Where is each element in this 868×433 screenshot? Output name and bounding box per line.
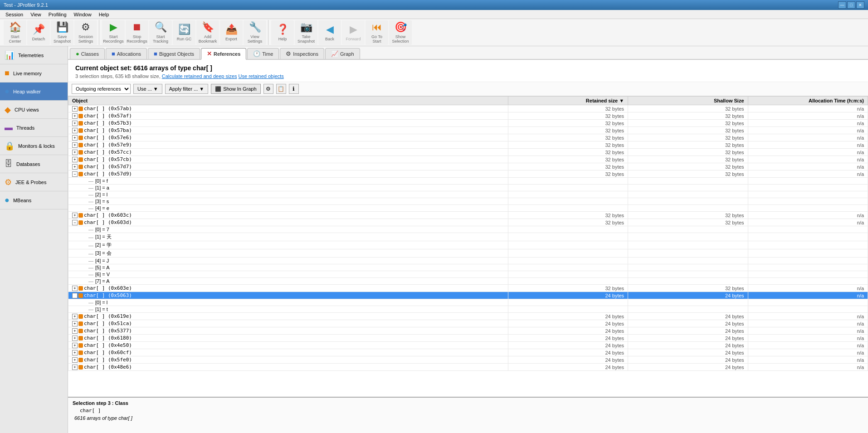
help-button[interactable]: ❓ Help — [271, 20, 294, 45]
menu-profiling[interactable]: Profiling — [45, 11, 70, 18]
maximize-button[interactable]: □ — [847, 1, 855, 9]
expand-button[interactable]: + — [72, 365, 78, 370]
collapse-button[interactable]: − — [72, 293, 78, 298]
table-row[interactable]: —[0] = 7 — [68, 226, 868, 233]
use-retained-link[interactable]: Use retained objects — [239, 73, 284, 79]
table-row[interactable]: +char[ ] (0x5fe0)24 bytes24 bytesn/a — [68, 356, 868, 364]
menu-help[interactable]: Help — [95, 11, 113, 18]
collapse-button[interactable]: − — [72, 220, 78, 225]
calculate-retained-link[interactable]: Calculate retained and deep sizes — [162, 73, 237, 79]
tab-time[interactable]: 🕐 Time — [247, 48, 279, 59]
expand-button[interactable]: + — [72, 128, 78, 133]
table-row[interactable]: +char[ ] (0x60cf)24 bytes24 bytesn/a — [68, 349, 868, 356]
show-selection-button[interactable]: 🎯 Show Selection — [389, 20, 412, 45]
expand-button[interactable]: + — [72, 142, 78, 148]
start-recordings-button[interactable]: ▶ Start Recordings — [102, 20, 125, 45]
table-row[interactable]: +char[ ] (0x619e)24 bytes24 bytesn/a — [68, 313, 868, 320]
table-row[interactable]: —[2] = l — [68, 191, 868, 198]
expand-button[interactable]: + — [72, 321, 78, 326]
table-row[interactable]: —[0] = l — [68, 299, 868, 306]
settings-icon-button[interactable]: ⚙ — [263, 84, 273, 94]
table-row[interactable]: +char[ ] (0x57ba)32 bytes32 bytesn/a — [68, 127, 868, 134]
sidebar-item-telemetries[interactable]: 📊 Telemetries — [0, 46, 68, 64]
references-type-dropdown[interactable]: Outgoing references — [72, 84, 131, 94]
table-row[interactable]: —[3] = s — [68, 198, 868, 205]
retained-size-column-header[interactable]: Retained size ▼ — [508, 97, 628, 105]
expand-button[interactable]: + — [72, 350, 78, 355]
detach-button[interactable]: 📌 Detach — [27, 20, 50, 45]
sidebar-item-live-memory[interactable]: ■ Live memory — [0, 64, 68, 83]
tab-references[interactable]: ✕ References — [201, 48, 246, 60]
go-to-start-button[interactable]: ⏮ Go To Start — [366, 20, 388, 45]
table-row[interactable]: —[1] = t — [68, 306, 868, 313]
sidebar-item-mbeans[interactable]: ● MBeans — [0, 191, 68, 209]
table-row[interactable]: —[1] = 天 — [68, 233, 868, 241]
tab-allocations[interactable]: ■ Allocations — [106, 48, 147, 59]
expand-button[interactable]: + — [72, 314, 78, 319]
table-row[interactable]: +char[ ] (0x603e)32 bytes32 bytesn/a — [68, 285, 868, 292]
table-row[interactable]: +char[ ] (0x48e6)24 bytes24 bytesn/a — [68, 364, 868, 371]
expand-button[interactable]: + — [72, 164, 78, 170]
minimize-button[interactable]: — — [838, 1, 846, 9]
table-row[interactable]: +char[ ] (0x57d7)32 bytes32 bytesn/a — [68, 163, 868, 170]
table-row[interactable]: +char[ ] (0x4e50)24 bytes24 bytesn/a — [68, 342, 868, 349]
back-button[interactable]: ◀ Back — [318, 20, 341, 45]
table-row[interactable]: —[1] = a — [68, 185, 868, 191]
table-row[interactable]: +char[ ] (0x6180)24 bytes24 bytesn/a — [68, 335, 868, 342]
table-row[interactable]: —[7] = A — [68, 278, 868, 285]
window-controls[interactable]: — □ ✕ — [838, 1, 864, 9]
forward-button[interactable]: ▶ Forward — [342, 20, 365, 45]
table-row[interactable]: +char[ ] (0x603c)32 bytes32 bytesn/a — [68, 212, 868, 219]
expand-button[interactable]: + — [72, 113, 78, 119]
shallow-size-column-header[interactable]: Shallow Size — [628, 97, 748, 105]
table-row[interactable]: —[5] = A — [68, 264, 868, 271]
close-button[interactable]: ✕ — [856, 1, 864, 9]
table-row[interactable]: −char[ ] (0x5063)24 bytes24 bytesn/a — [68, 292, 868, 299]
menu-window[interactable]: Window — [70, 11, 95, 18]
sidebar-item-cpu-views[interactable]: ◆ CPU views — [0, 101, 68, 119]
table-row[interactable]: +char[ ] (0x57b3)32 bytes32 bytesn/a — [68, 120, 868, 127]
sidebar-item-jee-probes[interactable]: ⚙ JEE & Probes — [0, 173, 68, 191]
expand-button[interactable]: + — [72, 135, 78, 141]
table-row[interactable]: —[2] = 学 — [68, 241, 868, 249]
sidebar-item-heap-walker[interactable]: ● Heap walker — [0, 83, 68, 101]
tab-biggest-objects[interactable]: ■ Biggest Objects — [148, 48, 200, 59]
show-in-graph-button[interactable]: ⬛ Show In Graph — [211, 84, 260, 94]
view-settings-button[interactable]: 🔧 View Settings — [244, 20, 266, 45]
expand-button[interactable]: + — [72, 157, 78, 162]
sidebar-item-databases[interactable]: 🗄 Databases — [0, 155, 68, 173]
table-row[interactable]: +char[ ] (0x57cc)32 bytes32 bytesn/a — [68, 149, 868, 156]
table-row[interactable]: +char[ ] (0x5377)24 bytes24 bytesn/a — [68, 327, 868, 335]
start-tracking-button[interactable]: 🔍 Start Tracking — [149, 20, 172, 45]
use-button[interactable]: Use ... ▼ — [133, 84, 162, 94]
table-row[interactable]: +char[ ] (0x57ab)32 bytes32 bytesn/a — [68, 105, 868, 112]
table-row[interactable]: —[3] = 会 — [68, 249, 868, 258]
table-row[interactable]: —[6] = V — [68, 271, 868, 278]
menu-view[interactable]: View — [27, 11, 45, 18]
add-bookmark-button[interactable]: 🔖 Add Bookmark — [196, 20, 219, 45]
start-center-button[interactable]: 🏠 Start Center — [4, 20, 26, 45]
session-settings-button[interactable]: ⚙ Session Settings — [74, 20, 97, 45]
table-row[interactable]: +char[ ] (0x57cb)32 bytes32 bytesn/a — [68, 156, 868, 163]
table-row[interactable]: −char[ ] (0x603d)32 bytes32 bytesn/a — [68, 219, 868, 226]
table-row[interactable]: +char[ ] (0x57af)32 bytes32 bytesn/a — [68, 112, 868, 120]
tab-inspections[interactable]: ⚙ Inspections — [280, 48, 324, 59]
table-row[interactable]: +char[ ] (0x51ca)24 bytes24 bytesn/a — [68, 320, 868, 327]
export-icon-button[interactable]: 📋 — [276, 84, 286, 94]
stop-recordings-button[interactable]: ⏹ Stop Recordings — [126, 20, 148, 45]
expand-button[interactable]: + — [72, 121, 78, 126]
object-column-header[interactable]: Object — [68, 97, 508, 105]
expand-button[interactable]: + — [72, 336, 78, 341]
save-snapshot-button[interactable]: 💾 Save Snapshot — [51, 20, 73, 45]
table-row[interactable]: +char[ ] (0x57e6)32 bytes32 bytesn/a — [68, 134, 868, 141]
table-row[interactable]: —[0] = f — [68, 178, 868, 185]
menu-session[interactable]: Session — [2, 11, 27, 18]
expand-button[interactable]: + — [72, 150, 78, 155]
tab-classes[interactable]: ● Classes — [70, 48, 105, 59]
alloc-time-column-header[interactable]: Allocation Time (h:m:s) — [748, 97, 868, 105]
expand-button[interactable]: + — [72, 328, 78, 334]
table-row[interactable]: −char[ ] (0x57d9)32 bytes32 bytesn/a — [68, 170, 868, 178]
table-row[interactable]: —[4] = J — [68, 258, 868, 264]
take-snapshot-button[interactable]: 📷 Take Snapshot — [295, 20, 317, 45]
run-gc-button[interactable]: 🔄 Run GC — [173, 20, 195, 45]
